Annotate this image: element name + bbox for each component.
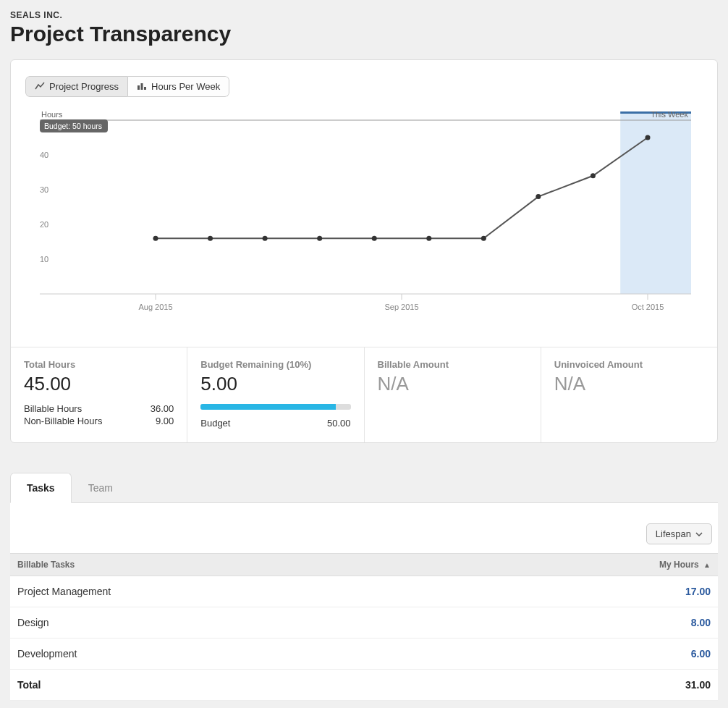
stat-uninvoiced-amount-value: N/A (554, 373, 704, 395)
company-name: SEALS INC. (10, 10, 718, 20)
task-hours: 8.00 (450, 607, 718, 639)
bar-chart-icon (137, 82, 147, 92)
budget-progress-fill (200, 404, 336, 410)
svg-point-23 (263, 236, 268, 241)
svg-text:This Week: This Week (651, 110, 688, 119)
lower-tabs: Tasks Team (10, 472, 718, 503)
table-row-total: Total31.00 (10, 670, 718, 701)
svg-text:Sep 2015: Sep 2015 (384, 303, 418, 311)
nonbillable-hours-label: Non-Billable Hours (24, 416, 102, 426)
svg-rect-3 (620, 111, 691, 294)
col-my-hours[interactable]: My Hours ▲ (450, 554, 718, 576)
svg-text:30: 30 (40, 185, 48, 194)
total-value: 31.00 (450, 670, 718, 701)
svg-point-25 (372, 236, 377, 241)
tab-project-progress[interactable]: Project Progress (25, 76, 128, 97)
stat-billable-amount-value: N/A (378, 373, 528, 395)
stat-total-hours-label: Total Hours (24, 359, 174, 370)
stat-total-hours-value: 45.00 (24, 373, 174, 395)
svg-text:20: 20 (40, 220, 48, 229)
svg-rect-1 (141, 83, 143, 90)
lifespan-filter[interactable]: Lifespan (646, 523, 712, 544)
tab-tasks[interactable]: Tasks (10, 473, 72, 503)
svg-text:Hours: Hours (41, 110, 63, 119)
lifespan-filter-label: Lifespan (656, 528, 691, 539)
budget-value: 50.00 (327, 418, 351, 429)
task-hours: 17.00 (450, 576, 718, 607)
billable-hours-value: 36.00 (151, 403, 174, 414)
stat-billable-amount-label: Billable Amount (378, 359, 528, 370)
stat-budget-remaining: Budget Remaining (10%) 5.00 Budget 50.00 (187, 347, 364, 442)
svg-point-22 (208, 236, 213, 241)
budget-label: Budget (200, 418, 230, 429)
svg-point-30 (646, 135, 651, 140)
progress-chart: 10203040Aug 2015Sep 2015Oct 2015HoursThi… (25, 106, 703, 325)
stat-billable-amount: Billable Amount N/A (365, 347, 541, 442)
svg-point-24 (317, 236, 322, 241)
billable-hours-label: Billable Hours (24, 403, 82, 414)
svg-rect-2 (144, 87, 146, 90)
stat-budget-remaining-label: Budget Remaining (10%) (200, 359, 350, 370)
svg-text:10: 10 (40, 255, 48, 264)
stat-total-hours: Total Hours 45.00 Billable Hours 36.00 N… (11, 347, 187, 442)
stat-uninvoiced-amount: Uninvoiced Amount N/A (541, 347, 717, 442)
nonbillable-hours-value: 9.00 (156, 416, 174, 426)
svg-rect-0 (137, 85, 140, 90)
tab-hours-per-week[interactable]: Hours Per Week (128, 76, 229, 97)
svg-point-28 (536, 194, 541, 199)
svg-text:40: 40 (40, 151, 48, 159)
stat-budget-remaining-value: 5.00 (200, 373, 350, 395)
svg-point-29 (591, 173, 596, 178)
svg-point-21 (153, 236, 158, 241)
tasks-table: Billable Tasks My Hours ▲ Project Manage… (10, 553, 718, 701)
table-row[interactable]: Development6.00 (10, 639, 718, 670)
col-my-hours-label: My Hours (659, 560, 699, 570)
tab-team[interactable]: Team (72, 473, 130, 503)
total-label: Total (10, 670, 450, 701)
svg-point-26 (426, 236, 431, 241)
page-title: Project Transparency (10, 22, 718, 46)
sort-asc-icon: ▲ (703, 561, 711, 569)
svg-text:Aug 2015: Aug 2015 (138, 303, 172, 311)
stat-uninvoiced-amount-label: Uninvoiced Amount (554, 359, 704, 370)
svg-point-27 (481, 236, 486, 241)
chevron-down-icon (695, 528, 703, 539)
task-name: Design (10, 607, 450, 639)
table-row[interactable]: Project Management17.00 (10, 576, 718, 607)
col-billable-tasks[interactable]: Billable Tasks (10, 554, 450, 576)
table-row[interactable]: Design8.00 (10, 607, 718, 639)
chart-view-segmented: Project Progress Hours Per Week (25, 76, 229, 97)
tab-hours-per-week-label: Hours Per Week (151, 81, 220, 92)
line-chart-icon (35, 82, 45, 92)
summary-card: Project Progress Hours Per Week 10203040… (10, 59, 718, 443)
svg-text:Budget: 50 hours: Budget: 50 hours (44, 122, 102, 130)
task-hours: 6.00 (450, 639, 718, 670)
svg-text:Oct 2015: Oct 2015 (632, 303, 664, 311)
budget-progress-bar (200, 404, 350, 410)
tasks-panel: Lifespan Billable Tasks My Hours ▲ Proje… (10, 503, 718, 701)
task-name: Project Management (10, 576, 450, 607)
task-name: Development (10, 639, 450, 670)
tab-project-progress-label: Project Progress (49, 81, 119, 92)
